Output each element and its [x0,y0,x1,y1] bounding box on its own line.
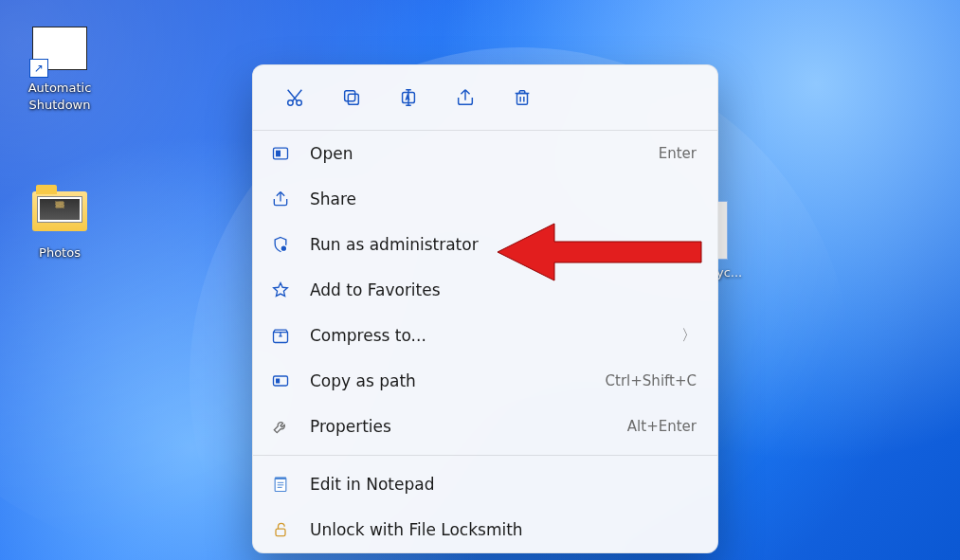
svg-rect-7 [276,151,281,157]
menu-separator [253,455,717,456]
menu-item-label: Edit in Notepad [310,475,697,494]
wrench-icon [270,416,291,437]
notepad-icon [270,474,291,495]
folder-icon: ▒▒ [29,191,90,239]
desktop-icon-automatic-shutdown[interactable]: ↗ Automatic Shutdown [17,27,102,113]
open-icon [270,143,291,164]
menu-item-edit-notepad[interactable]: Edit in Notepad [253,461,717,507]
desktop-icon-label: Automatic Shutdown [17,80,102,113]
svg-rect-3 [345,91,355,101]
menu-item-label: Add to Favorites [310,280,697,299]
menu-item-share[interactable]: Share [253,176,717,222]
menu-item-accelerator: Enter [659,145,697,162]
menu-item-label: Run as administrator [310,235,697,254]
menu-item-file-locksmith[interactable]: Unlock with File Locksmith [253,507,717,552]
menu-item-compress[interactable]: Compress to... 〉 [253,313,717,358]
menu-item-label: Unlock with File Locksmith [310,520,697,539]
menu-item-accelerator: Alt+Enter [627,418,697,435]
menu-item-open[interactable]: Open Enter [253,131,717,176]
copy-icon [341,87,362,108]
delete-icon [512,87,533,108]
context-menu: Open Enter Share Run as administrator [252,64,718,553]
svg-point-8 [281,245,287,252]
delete-button[interactable] [494,77,551,118]
menu-item-run-as-admin[interactable]: Run as administrator [253,222,717,267]
context-menu-toolbar [253,65,717,131]
svg-rect-9 [274,376,288,386]
lock-open-icon [270,519,291,540]
menu-item-label: Properties [310,417,627,436]
share-icon [270,189,291,209]
desktop-icon-label: Photos [39,244,81,262]
desktop-icon-label: yc... [716,265,802,280]
star-icon [270,280,291,300]
desktop-icon-photos[interactable]: ▒▒ Photos [17,191,102,262]
menu-item-favorites[interactable]: Add to Favorites [253,267,717,313]
cut-button[interactable] [266,77,323,118]
shortcut-arrow-icon: ↗ [29,59,48,78]
share-icon [455,87,476,108]
menu-item-label: Share [310,190,697,208]
zip-icon [270,325,291,346]
copy-button[interactable] [323,77,380,118]
svg-rect-13 [276,529,285,536]
cut-icon [284,87,305,108]
menu-item-properties[interactable]: Properties Alt+Enter [253,404,717,449]
svg-rect-10 [276,379,280,384]
svg-rect-5 [517,93,528,104]
svg-point-0 [288,100,294,106]
svg-point-1 [297,100,302,106]
menu-item-label: Compress to... [310,326,681,345]
menu-item-accelerator: Ctrl+Shift+C [606,372,697,389]
shield-icon [270,234,291,255]
shortcut-document-icon: ↗ [29,27,90,74]
svg-rect-2 [348,94,358,104]
desktop-icon-partial[interactable]: yc... [716,201,802,280]
menu-item-label: Open [310,144,659,163]
rename-button[interactable] [380,77,437,118]
chevron-right-icon: 〉 [681,326,697,346]
copy-path-icon [270,370,291,391]
svg-rect-12 [275,478,286,480]
menu-item-copy-path[interactable]: Copy as path Ctrl+Shift+C [253,358,717,404]
menu-item-label: Copy as path [310,371,606,390]
share-button[interactable] [437,77,494,118]
rename-icon [398,87,419,108]
